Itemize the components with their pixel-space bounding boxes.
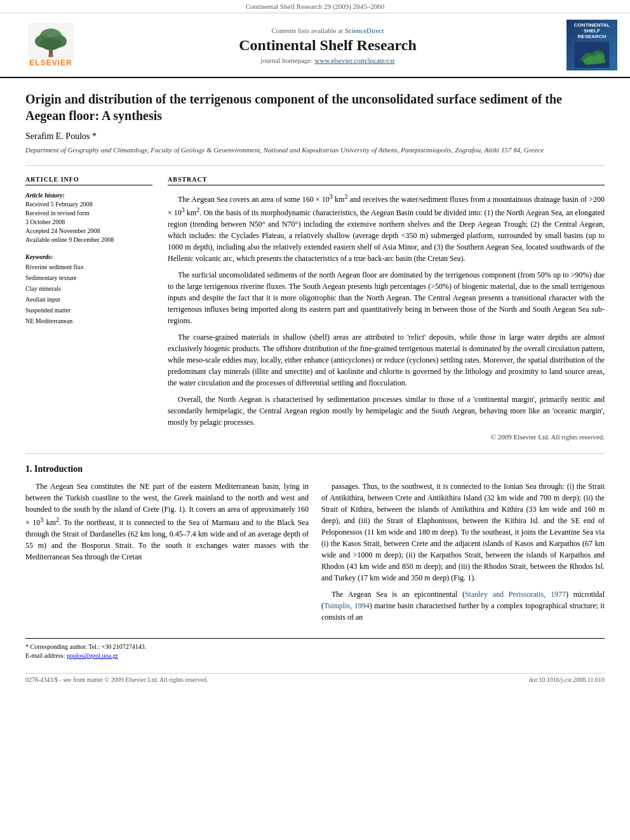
received-date: Received 5 February 2008 <box>25 200 152 209</box>
author-affiliation: Department of Geography and Climatology,… <box>25 145 605 155</box>
journal-homepage: journal homepage: www.elsevier.com/locat… <box>89 57 566 64</box>
keywords-list: Riverine sediment flux Sedimentary textu… <box>25 262 152 326</box>
divider-2 <box>25 453 605 454</box>
stanley-ref[interactable]: Stanley and Perissoratis, 1977 <box>465 590 566 599</box>
online-date: Available online 9 December 2008 <box>25 236 152 244</box>
history-label: Article history: <box>25 192 152 199</box>
article-info-header: ARTICLE INFO <box>25 176 152 185</box>
cover-line2: SHELF RESEARCH <box>569 28 615 39</box>
intro-right-col: passages. Thus, to the southwest, it is … <box>321 481 605 628</box>
keyword-3: Clay minerals <box>25 283 152 294</box>
homepage-url[interactable]: www.elsevier.com/locate/csr <box>314 57 394 64</box>
article-title: Origin and distribution of the terrigeno… <box>25 91 605 124</box>
keyword-6: NE Mediterranean <box>25 316 152 326</box>
intro-left-col: The Aegean Sea constitutes the NE part o… <box>25 481 309 628</box>
north-text: North <box>506 208 524 217</box>
author-name: Serafim E. Poulos * <box>25 131 605 142</box>
doi-info: doi:10.1016/j.csr.2008.11.010 <box>529 676 605 683</box>
elsevier-tree-icon <box>29 23 73 58</box>
email-label: E-mail address: <box>25 652 65 659</box>
copyright-line: © 2009 Elsevier Ltd. All rights reserved… <box>168 433 605 441</box>
top-bar: Continental Shelf Research 29 (2009) 204… <box>0 0 630 13</box>
tsimplis-ref[interactable]: Tsimplis, 1994 <box>324 601 370 610</box>
article-info-abstract: ARTICLE INFO Article history: Received 5… <box>25 176 605 441</box>
intro-left-text: The Aegean Sea constitutes the NE part o… <box>25 481 309 563</box>
footer-bar: 0278-4343/$ - see front matter © 2009 El… <box>25 673 605 683</box>
footnote-section: * Corresponding author. Tel.: +30 210727… <box>25 638 605 660</box>
divider-1 <box>25 165 605 166</box>
article-content: Origin and distribution of the terrigeno… <box>0 78 630 696</box>
email-line: E-mail address: poulos@geol.uoa.gr <box>25 651 605 660</box>
clay-text: clay <box>208 367 221 376</box>
elsevier-brand-label: ELSEVIER <box>29 58 72 67</box>
issn-info: 0278-4343/$ - see front matter © 2009 El… <box>25 676 208 683</box>
svg-rect-5 <box>49 49 53 55</box>
intro-body: The Aegean Sea constitutes the NE part o… <box>25 481 605 628</box>
elsevier-logo: ELSEVIER <box>13 23 89 67</box>
abstract-para-2: The surficial unconsolidated sediments o… <box>168 269 605 326</box>
accepted-date: Accepted 24 November 2008 <box>25 227 152 236</box>
abstract-col: ABSTRACT The Aegean Sea covers an area o… <box>168 176 605 441</box>
keywords-label: Keywords: <box>25 253 152 260</box>
svg-point-6 <box>48 55 53 57</box>
keyword-5: Suspended matter <box>25 305 152 316</box>
intro-section-title: 1. Introduction <box>25 464 605 474</box>
journal-main-title: Continental Shelf Research <box>89 37 566 54</box>
abstract-para-1: The Aegean Sea covers an area of some 16… <box>168 192 605 264</box>
abstract-body: The Aegean Sea covers an area of some 16… <box>168 192 605 428</box>
journal-cover: CONTINENTAL SHELF RESEARCH <box>566 20 617 70</box>
keyword-1: Riverine sediment flux <box>25 262 152 272</box>
keyword-4: Aeolian input <box>25 294 152 305</box>
journal-title-center: Contents lists available at ScienceDirec… <box>89 27 566 64</box>
intro-right-text: passages. Thus, to the southwest, it is … <box>321 481 605 623</box>
revised-date: 3 October 2008 <box>25 218 152 227</box>
cover-line1: CONTINENTAL <box>574 22 610 28</box>
intro-section: 1. Introduction The Aegean Sea constitut… <box>25 464 605 628</box>
keyword-2: Sedimentary texture <box>25 272 152 283</box>
revised-label: Received in revised form <box>25 209 152 218</box>
sciencedirect-link[interactable]: ScienceDirect <box>345 27 384 34</box>
journal-header: ELSEVIER Contents lists available at Sci… <box>0 13 630 78</box>
intro-para-1: The Aegean Sea constitutes the NE part o… <box>25 481 309 563</box>
contents-available: Contents lists available at ScienceDirec… <box>89 27 566 34</box>
intro-right-para-2: The Aegean Sea is an epicontinental (Sta… <box>321 589 605 623</box>
abstract-para-4: Overall, the North Aegean is characteris… <box>168 394 605 428</box>
intro-right-para-1: passages. Thus, to the southwest, it is … <box>321 481 605 583</box>
corresponding-author: * Corresponding author. Tel.: +30 210727… <box>25 643 605 651</box>
journal-volume-info: Continental Shelf Research 29 (2009) 204… <box>246 3 384 10</box>
article-info-col: ARTICLE INFO Article history: Received 5… <box>25 176 152 441</box>
email-link[interactable]: poulos@geol.uoa.gr <box>67 652 118 659</box>
svg-point-4 <box>41 37 61 50</box>
abstract-para-3: The coarse-grained materials in shallow … <box>168 331 605 389</box>
abstract-header: ABSTRACT <box>168 176 605 185</box>
